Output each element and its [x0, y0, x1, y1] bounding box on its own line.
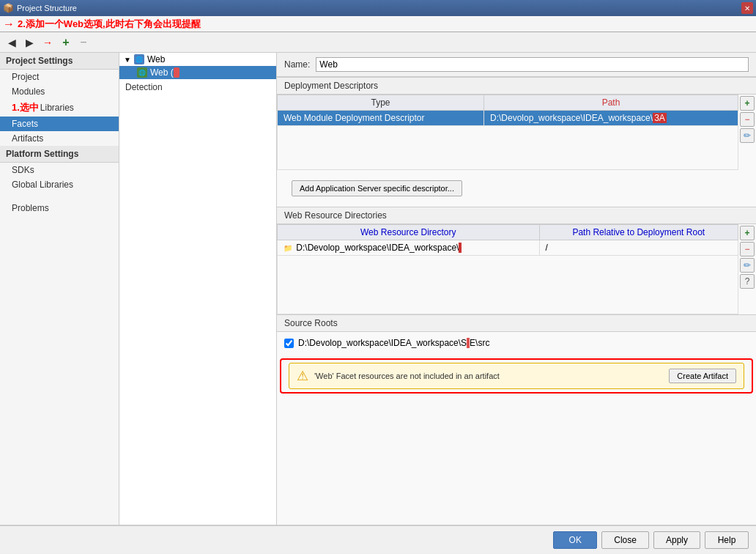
- bottom-bar: OK Close Apply Help: [0, 525, 756, 554]
- forward-button[interactable]: ▶: [22, 35, 37, 50]
- web-resource-row[interactable]: 📁 D:\Devolop_workspace\IDEA_workspace\ /: [278, 240, 738, 256]
- deployment-table: Type Path Web Module Deployment Descript…: [277, 95, 738, 170]
- web-folder-icon: 🌐: [134, 54, 144, 64]
- detection-label: Detection: [125, 82, 163, 92]
- sidebar-item-problems[interactable]: Problems: [0, 201, 119, 215]
- annotation-text: 2.添加一个Web选项,此时右下角会出现提醒: [18, 18, 201, 31]
- content-panel: Name: Deployment Descriptors Type Path: [277, 53, 756, 525]
- folder-small-icon: 📁: [284, 244, 292, 252]
- annotation-arrow: →: [3, 18, 15, 31]
- tree-node-web-child[interactable]: 🌐 Web (: [119, 66, 276, 79]
- platform-settings-header: Platform Settings: [0, 146, 119, 163]
- cell-relative: /: [539, 240, 738, 256]
- deployment-side-buttons: + − ✏: [738, 95, 756, 170]
- cell-web-dir: 📁 D:\Devolop_workspace\IDEA_workspace\: [278, 240, 540, 256]
- sidebar-item-sdks[interactable]: SDKs: [0, 163, 119, 177]
- name-row: Name:: [277, 53, 756, 77]
- source-root-checkbox[interactable]: [284, 339, 294, 348]
- remove-button[interactable]: −: [76, 35, 91, 50]
- add-descriptor-wrapper: Add Application Server specific descript…: [277, 170, 756, 207]
- add-descriptor-button[interactable]: Add Application Server specific descript…: [292, 180, 462, 196]
- name-input[interactable]: [316, 57, 749, 72]
- name-label: Name:: [284, 59, 310, 70]
- create-artifact-button[interactable]: Create Artifact: [669, 369, 736, 383]
- tree-panel: ▼ 🌐 Web 🌐 Web ( Detection: [119, 53, 277, 525]
- title-text: Project Structure: [17, 4, 741, 12]
- warning-bar: ⚠ 'Web' Facet resources are not included…: [289, 363, 744, 389]
- sidebar-item-facets[interactable]: Facets: [0, 117, 119, 131]
- help-web-resource-button[interactable]: ?: [740, 274, 755, 289]
- sidebar-item-project[interactable]: Project: [0, 70, 119, 84]
- tree-node-web-root[interactable]: ▼ 🌐 Web: [119, 53, 276, 66]
- remove-web-resource-button[interactable]: −: [740, 242, 755, 256]
- ok-button[interactable]: OK: [553, 531, 597, 549]
- web-child-highlight: [174, 67, 179, 78]
- web-child-icon: 🌐: [137, 67, 147, 78]
- close-button[interactable]: ✕: [741, 2, 753, 14]
- source-root-row: D:\Devolop_workspace\IDEA_workspace\SE\s…: [284, 335, 749, 351]
- table-row[interactable]: Web Module Deployment Descriptor D:\Devo…: [278, 111, 738, 126]
- dir-suffix: [459, 243, 462, 253]
- warning-text: 'Web' Facet resources are not included i…: [314, 372, 663, 380]
- warning-outline: ⚠ 'Web' Facet resources are not included…: [280, 358, 753, 394]
- project-settings-header: Project Settings: [0, 53, 119, 70]
- tree-web-label: Web: [147, 54, 272, 64]
- warning-icon: ⚠: [297, 368, 308, 384]
- tree-expand-icon[interactable]: ▼: [124, 56, 131, 64]
- web-resource-table-inner: Web Resource Directory Path Relative to …: [277, 224, 738, 314]
- sidebar: Project Settings Project Modules 1.选中Lib…: [0, 53, 119, 525]
- deployment-table-inner: Type Path Web Module Deployment Descript…: [277, 95, 738, 170]
- title-bar: 📦 Project Structure ✕: [0, 0, 756, 16]
- col-path: Path: [484, 95, 738, 111]
- sidebar-item-global-libraries[interactable]: Global Libraries: [0, 177, 119, 192]
- col-type: Type: [278, 95, 484, 111]
- arrow-annotation: →: [42, 37, 53, 48]
- col-web-dir: Web Resource Directory: [278, 225, 540, 240]
- path-suffix: 3A: [653, 113, 667, 123]
- sidebar-item-modules[interactable]: Modules: [0, 84, 119, 99]
- apply-button[interactable]: Apply: [653, 531, 700, 549]
- source-root-path: D:\Devolop_workspace\IDEA_workspace\SE\s…: [298, 338, 489, 348]
- deployment-descriptors-header: Deployment Descriptors: [277, 77, 756, 95]
- title-icon: 📦: [3, 3, 14, 13]
- col-relative-path: Path Relative to Deployment Root: [539, 225, 738, 240]
- deployment-table-wrapper: Type Path Web Module Deployment Descript…: [277, 95, 756, 170]
- tree-web-child-label: Web (: [150, 67, 272, 78]
- web-resource-dirs-header: Web Resource Directories: [277, 207, 756, 224]
- cell-path: D:\Devolop_workspace\IDEA_workspace\3A: [484, 111, 738, 126]
- empty-row-2: [278, 256, 738, 314]
- remove-row-button[interactable]: −: [740, 112, 755, 127]
- back-button[interactable]: ◀: [4, 35, 19, 50]
- add-web-resource-button[interactable]: +: [740, 226, 755, 240]
- edit-web-resource-button[interactable]: ✏: [740, 258, 755, 273]
- web-resource-table: Web Resource Directory Path Relative to …: [277, 224, 738, 314]
- edit-row-button[interactable]: ✏: [740, 128, 755, 143]
- close-dialog-button[interactable]: Close: [601, 531, 649, 549]
- source-roots-header: Source Roots: [277, 314, 756, 332]
- libraries-annotation-number: 1.选中: [12, 102, 39, 113]
- sidebar-item-libraries[interactable]: 1.选中Libraries: [0, 99, 119, 117]
- add-row-button[interactable]: +: [740, 96, 755, 111]
- main-container: Project Settings Project Modules 1.选中Lib…: [0, 53, 756, 525]
- annotation-bar: → 2.添加一个Web选项,此时右下角会出现提醒: [0, 16, 756, 32]
- content-body: Deployment Descriptors Type Path Web Mod…: [277, 77, 756, 525]
- help-button[interactable]: Help: [705, 531, 749, 549]
- add-button[interactable]: +: [59, 35, 73, 50]
- cell-type: Web Module Deployment Descriptor: [278, 111, 484, 126]
- web-resource-table-wrapper: Web Resource Directory Path Relative to …: [277, 224, 756, 314]
- toolbar: ◀ ▶ → + −: [0, 32, 756, 53]
- source-roots-section: D:\Devolop_workspace\IDEA_workspace\SE\s…: [277, 332, 756, 357]
- sidebar-item-artifacts[interactable]: Artifacts: [0, 131, 119, 146]
- detection-row: Detection: [119, 79, 276, 95]
- empty-row: [278, 126, 738, 170]
- web-resource-side-buttons: + − ✏ ?: [738, 224, 756, 314]
